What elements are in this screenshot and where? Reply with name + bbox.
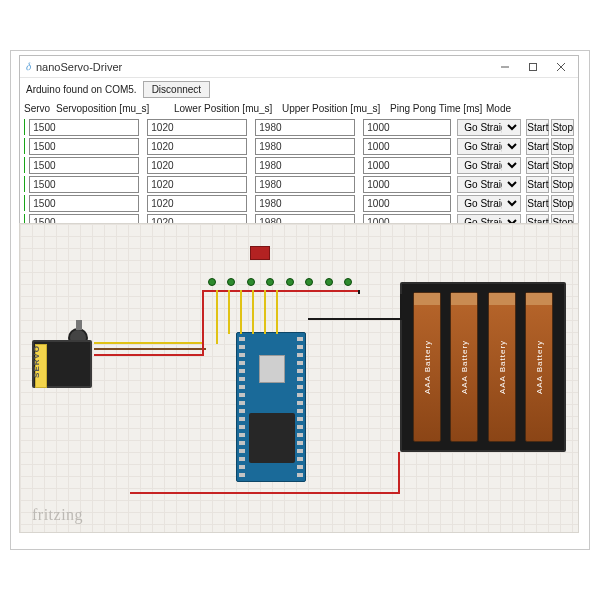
start-button[interactable]: Start [526,195,549,212]
mode-select[interactable]: Go Straight [457,157,521,174]
stop-button[interactable]: Stop [551,157,574,174]
wire-black [308,318,402,320]
wire-black [400,294,402,320]
table-row: Go StraightStartStop [24,118,574,136]
wire-yellow [228,290,230,334]
table-body: Go StraightStartStopGo StraightStartStop… [20,116,578,238]
header-pin-row [202,274,358,290]
start-button[interactable]: Start [526,138,549,155]
led-pin [208,278,216,286]
wire-red [398,452,400,494]
pingpong-time-input[interactable] [363,176,451,193]
upper-position-input[interactable] [255,119,355,136]
lower-position-input[interactable] [147,176,247,193]
upper-position-input[interactable] [255,157,355,174]
table-row: Go StraightStartStop [24,194,574,212]
start-button[interactable]: Start [526,157,549,174]
wire-red [130,492,400,494]
image-frame: 𝛿 nanoServo-Driver Arduino found on COM5… [10,50,590,550]
battery-cell: AAA Battery [525,292,553,442]
close-button[interactable] [554,60,568,74]
app-icon: 𝛿 [26,60,32,73]
lower-position-input[interactable] [147,195,247,212]
app-window: 𝛿 nanoServo-Driver Arduino found on COM5… [19,55,579,239]
header-servo: Servo [24,103,56,114]
status-row: Arduino found on COM5. Disconnect [20,78,578,101]
upper-position-input[interactable] [255,195,355,212]
wire-yellow [264,290,266,334]
table-row: Go StraightStartStop [24,137,574,155]
led-pin [286,278,294,286]
pingpong-time-input[interactable] [363,195,451,212]
servo-label-text: SERVO [32,345,41,378]
servo-shaft [76,320,82,330]
mode-select[interactable]: Go Straight [457,195,521,212]
servo-label-strip: SERVO [35,344,47,388]
maximize-button[interactable] [526,60,540,74]
start-button[interactable]: Start [526,176,549,193]
servoposition-input[interactable] [29,195,139,212]
circuit-board: SERVO AAA Battery AAA Battery AAA Batter… [19,223,579,533]
wire-brown [94,348,206,350]
stop-button[interactable]: Stop [551,119,574,136]
stop-button[interactable]: Stop [551,138,574,155]
window-title: nanoServo-Driver [36,61,498,73]
wire-red [94,354,202,356]
fritzing-watermark: fritzing [32,506,83,524]
battery-label: AAA Battery [460,340,469,394]
lower-position-input[interactable] [147,119,247,136]
wire-yellow [276,290,278,334]
header-servoposition: Servoposition [mu_s] [56,103,174,114]
wire-red [202,290,358,292]
led-pin [227,278,235,286]
arduino-nano [236,332,306,482]
header-lower: Lower Position [mu_s] [174,103,282,114]
mode-select[interactable]: Go Straight [457,138,521,155]
battery-cell: AAA Battery [488,292,516,442]
mode-select[interactable]: Go Straight [457,176,521,193]
wire-red [202,290,204,356]
table-row: Go StraightStartStop [24,175,574,193]
servoposition-input[interactable] [29,176,139,193]
mode-select[interactable]: Go Straight [457,119,521,136]
stop-button[interactable]: Stop [551,195,574,212]
start-button[interactable]: Start [526,119,549,136]
pingpong-time-input[interactable] [363,119,451,136]
jumper-connector [250,246,270,260]
servoposition-input[interactable] [29,138,139,155]
header-upper: Upper Position [mu_s] [282,103,390,114]
nano-mcu-chip [249,413,295,463]
nano-usb-port [259,355,285,383]
wire-yellow [94,342,204,344]
svg-rect-1 [530,63,537,70]
battery-cell: AAA Battery [413,292,441,442]
minimize-button[interactable] [498,60,512,74]
title-bar: 𝛿 nanoServo-Driver [20,56,578,78]
wire-black [358,290,360,294]
lower-position-input[interactable] [147,157,247,174]
header-pingpong: Ping Pong Time [ms] [390,103,486,114]
connection-status: Arduino found on COM5. [26,84,137,95]
stop-button[interactable]: Stop [551,176,574,193]
table-row: Go StraightStartStop [24,156,574,174]
lower-position-input[interactable] [147,138,247,155]
pingpong-time-input[interactable] [363,157,451,174]
battery-cell: AAA Battery [450,292,478,442]
servo-motor: SERVO [32,324,96,402]
upper-position-input[interactable] [255,138,355,155]
battery-label: AAA Battery [497,340,506,394]
led-pin [325,278,333,286]
servoposition-input[interactable] [29,119,139,136]
servoposition-input[interactable] [29,157,139,174]
disconnect-button[interactable]: Disconnect [143,81,210,98]
upper-position-input[interactable] [255,176,355,193]
battery-label: AAA Battery [535,340,544,394]
window-buttons [498,60,574,74]
pingpong-time-input[interactable] [363,138,451,155]
led-pin [247,278,255,286]
table-header: Servo Servoposition [mu_s] Lower Positio… [20,101,578,116]
led-pin [344,278,352,286]
battery-label: AAA Battery [422,340,431,394]
led-pin [266,278,274,286]
battery-holder: AAA Battery AAA Battery AAA Battery AAA … [400,282,566,452]
